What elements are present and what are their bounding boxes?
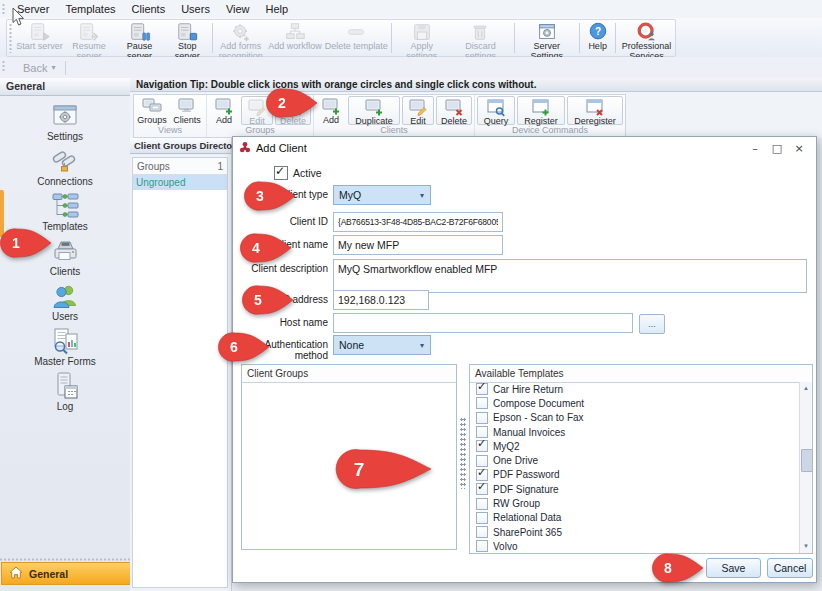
template-checkbox[interactable] xyxy=(476,512,488,524)
template-checkbox[interactable] xyxy=(476,455,488,467)
scroll-up-icon[interactable]: ▲ xyxy=(800,382,812,395)
client-delete-button[interactable]: Delete xyxy=(436,96,472,125)
group-add-button[interactable]: Add xyxy=(209,96,239,125)
active-checkbox-row[interactable]: Active xyxy=(274,166,322,180)
svg-text:1: 1 xyxy=(12,235,20,251)
add-workflow-icon xyxy=(284,21,306,42)
sidebar-item-settings[interactable]: Settings xyxy=(47,100,83,145)
sidebar-footer-general[interactable]: General xyxy=(1,562,136,585)
client-duplicate-button[interactable]: Duplicate xyxy=(348,96,400,125)
svg-text:7: 7 xyxy=(354,459,365,480)
svg-text:8: 8 xyxy=(664,560,672,576)
scroll-down-icon[interactable]: ▼ xyxy=(800,540,812,553)
client-add-button[interactable]: Add xyxy=(316,96,346,125)
sidebar-item-connections[interactable]: Connections xyxy=(37,145,93,190)
server-settings-button[interactable]: Server Settings xyxy=(517,20,578,56)
groups-view-button[interactable]: Groups xyxy=(136,96,168,125)
minimize-button[interactable]: – xyxy=(744,142,766,155)
scrollbar-thumb[interactable] xyxy=(801,449,813,472)
groups-column-header[interactable]: Groups 1 xyxy=(133,158,227,175)
client-id-input[interactable] xyxy=(333,212,503,232)
menu-view[interactable]: View xyxy=(218,2,258,16)
clients-view-button[interactable]: Clients xyxy=(170,96,204,125)
sidebar-item-log[interactable]: Log xyxy=(50,370,80,415)
svg-text:6: 6 xyxy=(230,339,238,355)
template-row[interactable]: Volvo xyxy=(470,539,799,553)
template-row[interactable]: Compose Document xyxy=(470,396,799,410)
template-row[interactable]: PDF Signature xyxy=(470,482,799,496)
template-checkbox[interactable] xyxy=(476,426,488,438)
sidebar-item-master-forms[interactable]: Master Forms xyxy=(34,325,96,370)
panel-splitter[interactable] xyxy=(460,417,466,489)
ip-address-input[interactable] xyxy=(333,290,429,310)
add-forms-recognition-button[interactable]: Add forms recognition xyxy=(215,20,266,56)
templates-list: Car Hire Return Compose Document Epson -… xyxy=(470,382,799,553)
active-checkbox[interactable] xyxy=(274,166,288,180)
template-row[interactable]: PDF Password xyxy=(470,468,799,482)
sidebar-item-users[interactable]: Users xyxy=(50,280,80,325)
template-checkbox[interactable] xyxy=(476,397,488,409)
pause-server-button[interactable]: Pause server xyxy=(115,20,165,56)
ribbon-group-title: Clients xyxy=(316,125,472,136)
professional-services-button[interactable]: Professional Services xyxy=(618,20,675,56)
close-button[interactable]: × xyxy=(788,142,810,155)
client-description-input[interactable]: MyQ Smartworkflow enabled MFP xyxy=(333,259,807,293)
host-name-input[interactable] xyxy=(333,313,633,333)
template-checkbox[interactable] xyxy=(476,469,488,481)
template-row[interactable]: RW Group xyxy=(470,496,799,510)
template-checkbox[interactable] xyxy=(476,440,488,452)
group-row-ungrouped[interactable]: Ungrouped xyxy=(133,175,227,190)
template-row[interactable]: Relational Data xyxy=(470,511,799,525)
template-row[interactable]: Car Hire Return xyxy=(470,382,799,396)
host-name-browse-button[interactable]: ... xyxy=(639,314,665,334)
maximize-button[interactable]: □ xyxy=(766,142,788,155)
menu-templates[interactable]: Templates xyxy=(57,2,123,16)
back-button[interactable]: Back ▾ xyxy=(23,62,55,74)
template-row[interactable]: One Drive xyxy=(470,453,799,467)
template-checkbox[interactable] xyxy=(476,412,488,424)
templates-scrollbar[interactable]: ▲ ▼ xyxy=(799,382,812,553)
menu-clients[interactable]: Clients xyxy=(124,2,174,16)
menu-help[interactable]: Help xyxy=(258,2,297,16)
save-button[interactable]: Save xyxy=(706,558,761,578)
sidebar-item-clients[interactable]: Clients xyxy=(50,235,81,280)
help-button[interactable]: ? Help xyxy=(582,20,613,56)
template-checkbox[interactable] xyxy=(476,383,488,395)
client-groups-list: Groups 1 Ungrouped xyxy=(132,157,228,588)
dialog-title-bar[interactable]: Add Client – □ × xyxy=(233,137,816,159)
resume-server-button[interactable]: Resume server xyxy=(63,20,114,56)
deregister-button[interactable]: Deregister xyxy=(567,96,623,125)
professional-services-icon xyxy=(636,21,658,42)
add-workflow-button[interactable]: Add workflow xyxy=(266,20,323,56)
sidebar-item-label: Users xyxy=(52,311,78,322)
client-type-dropdown[interactable]: MyQ ▾ xyxy=(333,185,431,205)
discard-settings-icon xyxy=(469,21,491,42)
delete-template-button[interactable]: Delete template xyxy=(323,20,389,56)
template-row[interactable]: SharePoint 365 xyxy=(470,525,799,539)
groups-view-label: Groups xyxy=(137,115,167,125)
group-edit-icon xyxy=(247,97,267,116)
template-row[interactable]: Manual Invoices xyxy=(470,425,799,439)
apply-settings-button[interactable]: Apply settings xyxy=(394,20,449,56)
template-checkbox[interactable] xyxy=(476,483,488,495)
authentication-method-dropdown[interactable]: None ▾ xyxy=(333,335,431,355)
query-button[interactable]: Query xyxy=(477,96,515,125)
apply-settings-icon xyxy=(411,21,433,42)
menu-users[interactable]: Users xyxy=(173,2,218,16)
template-label: Car Hire Return xyxy=(493,384,563,395)
available-templates-header: Available Templates xyxy=(470,365,812,383)
template-row[interactable]: MyQ2 xyxy=(470,439,799,453)
ribbon-panel: Groups Clients Views Add xyxy=(133,94,626,138)
register-icon xyxy=(531,97,551,116)
client-edit-button[interactable]: Edit xyxy=(402,96,434,125)
cancel-button[interactable]: Cancel xyxy=(767,558,813,578)
template-checkbox[interactable] xyxy=(476,540,488,552)
template-checkbox[interactable] xyxy=(476,526,488,538)
client-name-input[interactable] xyxy=(333,235,503,255)
delete-template-icon xyxy=(345,21,367,42)
template-checkbox[interactable] xyxy=(476,498,488,510)
template-row[interactable]: Epson - Scan to Fax xyxy=(470,411,799,425)
stop-server-button[interactable]: Stop server xyxy=(164,20,210,56)
discard-settings-button[interactable]: Discard settings xyxy=(449,20,511,56)
register-button[interactable]: Register xyxy=(517,96,565,125)
